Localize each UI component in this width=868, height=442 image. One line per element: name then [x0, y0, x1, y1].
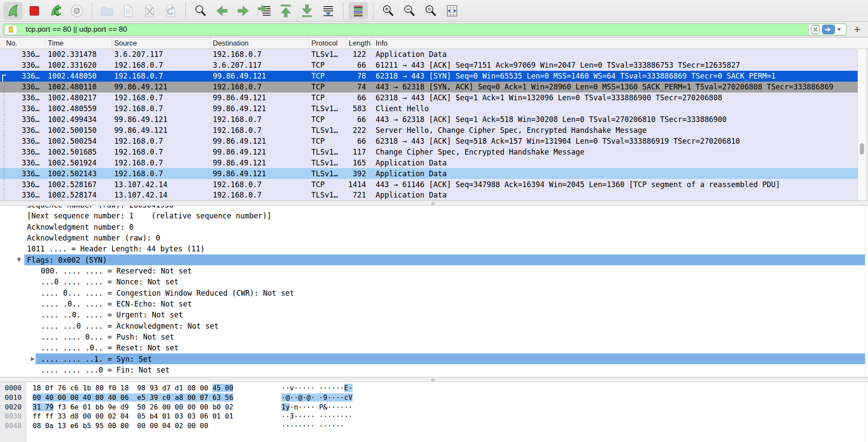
detail-line[interactable]: ...0 .... .... = Nonce: Not set: [0, 276, 868, 287]
ascii-bytes[interactable]: ·@··@·@· ·9····cV: [281, 393, 353, 402]
auto-scroll-button[interactable]: [319, 2, 338, 20]
window-edge-strip: [865, 49, 868, 201]
hex-bytes[interactable]: 00 40 00 00 40 00 40 06 e5 39 c0 a8 00 0…: [33, 393, 233, 402]
packet-row[interactable]: 336…1002.49943499.86.49.121192.168.0.7TC…: [0, 114, 858, 125]
capture-options-button[interactable]: ⚙: [67, 2, 86, 20]
detail-line[interactable]: 000. .... .... = Reserved: Not set: [0, 265, 868, 276]
ascii-bytes[interactable]: ········ ······: [281, 422, 344, 430]
hex-row[interactable]: 000018 0f 76 c6 1b 80 f0 18 98 93 d7 d1 …: [0, 383, 868, 393]
detail-line[interactable]: .... .... ...0 = Fin: Not set: [0, 364, 868, 375]
zoom-out-button[interactable]: [400, 2, 419, 20]
packet-row[interactable]: 336…1002.448050192.168.0.799.86.49.121TC…: [0, 71, 858, 82]
related-packet-indicator: [0, 71, 6, 82]
packet-row[interactable]: 336…1002.48011099.86.49.121192.168.0.7TC…: [0, 82, 858, 92]
find-packet-button[interactable]: [191, 2, 210, 20]
filter-text-field[interactable]: [26, 24, 764, 35]
save-file-button[interactable]: [119, 2, 138, 20]
hex-row[interactable]: 001000 40 00 00 40 00 40 06 e5 39 c0 a8 …: [0, 393, 868, 402]
packet-row[interactable]: 336…1002.50015099.86.49.121192.168.0.7TL…: [0, 125, 858, 135]
detail-line[interactable]: Sequence number (raw): 2605041958: [0, 206, 868, 210]
hex-row[interactable]: 0030ff ff 33 d8 00 00 02 04 05 b4 01 03 …: [0, 412, 868, 421]
packet-row[interactable]: 336…1002.501924192.168.0.799.86.49.121TL…: [0, 157, 858, 168]
start-capture-button[interactable]: [3, 2, 23, 20]
packet-row[interactable]: 336…1002.500254192.168.0.799.86.49.121TC…: [0, 135, 858, 146]
first-packet-button[interactable]: [276, 2, 295, 20]
ascii-bytes[interactable]: 1y·n···· P&······: [281, 403, 353, 412]
packet-row[interactable]: 336…1002.480217192.168.0.799.86.49.121TC…: [0, 92, 858, 103]
stop-capture-button[interactable]: [25, 2, 44, 20]
cell-dst: 192.168.0.7: [211, 115, 309, 124]
column-header-info[interactable]: Info: [371, 37, 868, 49]
ascii-bytes[interactable]: ··3····· ········: [281, 412, 353, 421]
previous-packet-button[interactable]: [212, 2, 231, 20]
cell-dst: 192.168.0.7: [211, 82, 309, 91]
next-packet-button[interactable]: [234, 2, 253, 20]
last-packet-button[interactable]: [297, 2, 317, 20]
detail-line[interactable]: [Next sequence number: 1 (relative seque…: [0, 210, 868, 221]
detail-highlight-bar: [36, 353, 865, 364]
zoom-100-icon: [423, 3, 438, 18]
detail-line[interactable]: .... ..0. .... = Urgent: Not set: [0, 309, 868, 320]
go-to-packet-button[interactable]: [255, 2, 274, 20]
detail-line[interactable]: Acknowledgment number: 0: [0, 221, 868, 232]
hex-bytes[interactable]: 18 0f 76 c6 1b 80 f0 18 98 93 d7 d1 08 0…: [33, 384, 233, 393]
column-header-destination[interactable]: Destination: [211, 37, 309, 49]
detail-line[interactable]: .... .... .0.. = Reset: Not set: [0, 342, 868, 353]
apply-filter-icon[interactable]: [822, 25, 835, 34]
cell-src: 192.168.0.7: [112, 72, 211, 80]
detail-line[interactable]: .... ...0 .... = Acknowledgment: Not set: [0, 320, 868, 331]
detail-line-text: .... ..0. .... = Urgent: Not set: [41, 310, 183, 320]
cell-proto: TLSv1…: [309, 158, 347, 167]
pane-splitter-upper[interactable]: [0, 201, 868, 206]
hex-bytes[interactable]: ff ff 33 d8 00 00 02 04 05 b4 01 03 03 0…: [33, 412, 233, 421]
hex-bytes[interactable]: 08 0a 13 e6 b5 95 00 00 00 00 04 02 00 0…: [33, 422, 208, 430]
detail-line[interactable]: Acknowledgment number (raw): 0: [0, 232, 868, 243]
cell-dst: 192.168.0.7: [211, 50, 309, 59]
zoom-100-button[interactable]: [421, 2, 440, 20]
pane-splitter-lower[interactable]: [0, 377, 868, 382]
packet-row[interactable]: 336…1002.3314783.6.207.117192.168.0.7TLS…: [0, 49, 858, 60]
zoom-in-button[interactable]: [379, 2, 398, 20]
open-file-button[interactable]: [97, 2, 116, 20]
detail-line[interactable]: 1011 .... = Header Length: 44 bytes (11): [0, 243, 868, 254]
cell-src: 192.168.0.7: [112, 93, 211, 102]
column-header-time[interactable]: Time: [46, 37, 112, 49]
ascii-bytes[interactable]: ··v····· ······E·: [281, 384, 353, 393]
colorize-packets-button[interactable]: [349, 2, 368, 20]
detail-line[interactable]: ▶.... .... ..1. = Syn: Set: [0, 353, 868, 364]
detail-line[interactable]: .... .0.. .... = ECN-Echo: Not set: [0, 298, 868, 309]
packet-row[interactable]: 336…1002.501685192.168.0.799.86.49.121TL…: [0, 146, 858, 157]
detail-line[interactable]: .... .... 0... = Push: Not set: [0, 331, 868, 342]
resize-columns-button[interactable]: [442, 2, 462, 20]
cell-proto: TCP: [309, 115, 347, 124]
packet-list-scrollbar[interactable]: [858, 49, 865, 201]
close-file-button[interactable]: [140, 2, 159, 20]
filter-history-chevron-icon[interactable]: [837, 28, 842, 31]
packet-row[interactable]: 336…1002.331620192.168.0.73.6.207.117TCP…: [0, 60, 858, 71]
column-header-length[interactable]: Length: [347, 37, 371, 49]
packet-row[interactable]: 336…1002.52816713.107.42.14192.168.0.7TC…: [0, 179, 858, 190]
filter-bookmark-icon[interactable]: [4, 25, 17, 35]
packet-row[interactable]: 336…1002.502143192.168.0.799.86.49.121TL…: [0, 168, 858, 179]
restart-capture-button[interactable]: [46, 2, 65, 20]
column-header-no[interactable]: No.: [0, 37, 46, 49]
expander-closed-icon[interactable]: ▶: [31, 356, 35, 362]
detail-line[interactable]: ▼Flags: 0x002 (SYN): [0, 254, 868, 265]
detail-line-text: 1011 .... = Header Length: 44 bytes (11): [27, 244, 205, 254]
detail-line[interactable]: .... 0... .... = Congestion Window Reduc…: [0, 287, 868, 298]
reload-file-button[interactable]: [161, 2, 180, 20]
column-header-source[interactable]: Source: [112, 37, 211, 49]
cell-proto: TLSv1…: [309, 126, 347, 135]
column-header-protocol[interactable]: Protocol: [309, 37, 347, 49]
display-filter-input[interactable]: [3, 23, 847, 36]
hex-bytes[interactable]: 31 79 f3 6e 01 bb 9e d9 50 26 00 00 00 0…: [33, 403, 233, 412]
packet-row[interactable]: 336…1002.52817413.107.42.14192.168.0.7TL…: [0, 190, 858, 201]
add-filter-button[interactable]: +: [850, 23, 864, 36]
packet-row[interactable]: 336…1002.480559192.168.0.799.86.49.121TL…: [0, 103, 858, 114]
clear-filter-icon[interactable]: [811, 25, 820, 34]
hex-row[interactable]: 002031 79 f3 6e 01 bb 9e d9 50 26 00 00 …: [0, 402, 868, 412]
expander-open-icon[interactable]: ▼: [17, 257, 21, 263]
hex-row[interactable]: 004008 0a 13 e6 b5 95 00 00 00 00 04 02 …: [0, 421, 868, 431]
cell-info: Client Hello: [371, 104, 858, 113]
scrollbar-thumb[interactable]: [860, 143, 864, 155]
